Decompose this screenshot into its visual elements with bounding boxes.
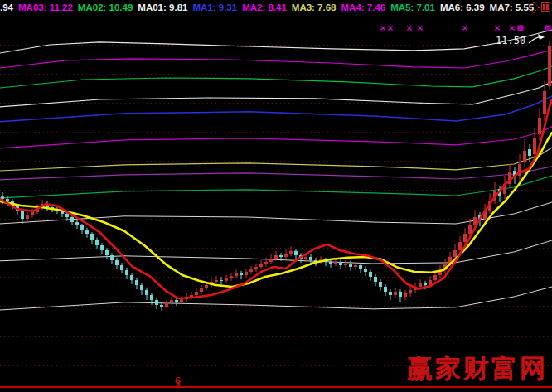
ma-readout-5: MA2: 8.41 (242, 2, 287, 12)
last-price-label: 11.50 (496, 35, 525, 46)
grid-layer (0, 46, 552, 365)
band-blue-line (0, 96, 552, 122)
band-white-2-line (0, 82, 552, 107)
ma-slow-yellow-line (0, 133, 552, 287)
ma-readout-3: MA01: 9.81 (138, 2, 187, 12)
ma-readout-1: MA03: 11.22 (18, 2, 73, 12)
split-window-icon[interactable] (541, 2, 550, 12)
ma-readout-6: MA3: 7.68 (292, 2, 337, 12)
band-yellow-line (0, 148, 552, 171)
band-magenta-2-line (0, 127, 552, 148)
band-green-1-line (0, 66, 552, 88)
ma-readout-2: MA02: 10.49 (78, 2, 133, 12)
band-magenta-1-line (0, 50, 552, 68)
chart-bottom-border (0, 386, 552, 388)
ma-readout-9: MA6: 6.39 (440, 2, 485, 12)
ma-readout-7: MA4: 7.46 (341, 2, 386, 12)
stock-chart-window: 11.50 .94MA03: 11.22MA02: 10.49MA01: 9.8… (0, 0, 552, 392)
ma-readout-8: MA5: 7.01 (390, 2, 435, 12)
ma-readout-0: .94 (0, 2, 13, 12)
ma-readout-4: MA1: 9.31 (192, 2, 237, 12)
signal-markers-layer (380, 26, 550, 31)
band-white-1-line (0, 30, 552, 53)
bottom-marker: § (175, 376, 181, 387)
band-green-2-line (0, 176, 552, 198)
candlestick-chart[interactable]: 11.50 (0, 0, 552, 392)
ma-lines-layer (0, 99, 552, 298)
site-watermark: 赢家财富网 (407, 351, 548, 386)
ma-fast-red-line (0, 99, 552, 298)
indicator-readout-bar: .94MA03: 11.22MA02: 10.49MA01: 9.81MA1: … (0, 0, 552, 14)
